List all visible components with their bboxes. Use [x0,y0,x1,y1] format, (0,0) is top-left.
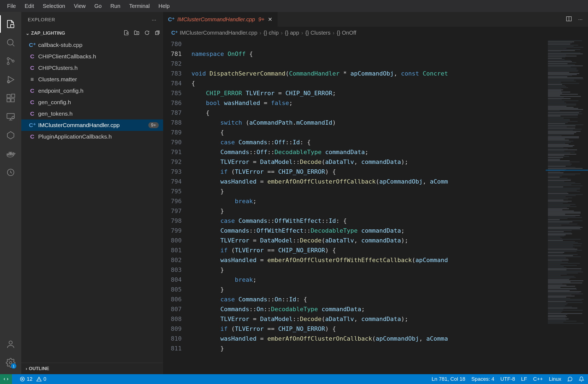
code-line[interactable]: case Commands::OffWithEffect::Id: { [191,216,545,226]
menu-selection[interactable]: Selection [39,2,69,10]
breadcrumb-separator: › [333,30,335,36]
code-line[interactable]: TLVError = DataModel::Decode(aDataTlv, c… [191,314,545,324]
activity-run-debug-icon[interactable] [0,71,21,88]
code-line[interactable]: break; [191,275,545,285]
svg-point-2 [7,62,9,65]
code-line[interactable]: if (TLVError == CHIP_NO_ERROR) { [191,324,545,334]
split-editor-icon[interactable] [566,16,572,23]
file-icon: C⁺ [171,30,180,36]
activity-search-icon[interactable] [0,34,21,51]
activity-docker-icon[interactable] [0,145,21,163]
sidebar-section-name: ZAP_LIGHTING [31,31,65,36]
activity-circle-icon[interactable] [0,164,21,181]
sidebar-section-header[interactable]: ⌄ ZAP_LIGHTING [21,28,163,39]
file-item[interactable]: C⁺callback-stub.cpp [21,39,163,51]
svg-point-0 [7,39,13,45]
code-line[interactable]: void DispatchServerCommand(CommandHandle… [191,69,545,79]
status-indentation[interactable]: Spaces: 4 [471,376,494,382]
code-line[interactable]: TLVError = DataModel::Decode(aDataTlv, c… [191,157,545,167]
code-line[interactable]: bool wasHandled = false; [191,98,545,108]
code-line[interactable]: Commands::OffWithEffect::DecodableType c… [191,226,545,236]
code-line[interactable]: break; [191,196,545,206]
menu-view[interactable]: View [70,2,89,10]
status-encoding[interactable]: UTF-8 [500,376,515,382]
file-item[interactable]: Cendpoint_config.h [21,85,163,97]
file-item[interactable]: Cgen_config.h [21,97,163,108]
activity-espressif-icon[interactable] [0,127,21,144]
file-item[interactable]: C⁺IMClusterCommandHandler.cpp9+ [21,119,163,131]
activity-extensions-icon[interactable] [0,89,21,107]
minimap-viewport[interactable] [546,170,588,171]
code-line[interactable]: } [191,265,545,275]
code-line[interactable]: namespace OnOff { [191,49,545,59]
code-editor[interactable]: 7807817827837847857867877887897907917927… [163,39,588,374]
menu-file[interactable]: File [3,2,20,10]
code-line[interactable]: wasHandled = emberAfOnOffClusterOffCallb… [191,177,545,187]
file-item[interactable]: Cgen_tokens.h [21,108,163,119]
code-line[interactable]: } [191,344,545,353]
close-icon[interactable]: ✕ [268,16,273,23]
status-eol[interactable]: LF [521,376,527,382]
menu-terminal[interactable]: Terminal [125,2,154,10]
breadcrumbs[interactable]: C⁺ IMClusterCommandHandler.cpp›{} chip›{… [163,27,588,39]
status-notifications-icon[interactable] [579,376,584,382]
file-item[interactable]: ≡Clusters.matter [21,74,163,85]
activity-source-control-icon[interactable] [0,52,21,70]
status-feedback-icon[interactable] [567,376,573,382]
code-line[interactable] [191,59,545,69]
editor-tab[interactable]: C⁺ IMClusterCommandHandler.cpp 9+ ✕ [163,12,278,27]
breadcrumb-item[interactable]: {} chip [263,30,279,36]
new-file-icon[interactable] [123,30,129,37]
code-line[interactable]: Commands::On::DecodableType commandData; [191,304,545,314]
code-line[interactable]: CHIP_ERROR TLVError = CHIP_NO_ERROR; [191,88,545,98]
collapse-all-icon[interactable] [154,30,160,37]
menu-run[interactable]: Run [107,2,124,10]
code-line[interactable]: { [191,128,545,137]
activity-explorer-icon[interactable] [0,15,21,33]
remote-indicator[interactable] [0,374,12,384]
status-cursor-position[interactable]: Ln 781, Col 18 [432,376,466,382]
minimap[interactable] [545,39,588,374]
outline-section[interactable]: › OUTLINE [21,363,163,374]
code-line[interactable]: } [191,285,545,295]
code-line[interactable] [191,39,545,49]
code-line[interactable]: { [191,79,545,88]
breadcrumb-item[interactable]: C⁺ IMClusterCommandHandler.cpp [171,29,257,36]
code-line[interactable]: { [191,108,545,118]
status-os[interactable]: Linux [549,376,561,382]
code-line[interactable]: case Commands::On::Id: { [191,295,545,304]
status-problems[interactable]: 12 0 [20,376,46,382]
code-line[interactable]: if (TLVError == CHIP_NO_ERROR) { [191,167,545,177]
line-number: 811 [163,344,182,353]
activity-account-icon[interactable] [0,335,21,353]
status-language[interactable]: C++ [533,376,543,382]
code-line[interactable]: } [191,206,545,216]
code-line[interactable]: if (TLVError == CHIP_NO_ERROR) { [191,245,545,255]
breadcrumb-item[interactable]: {} app [285,30,299,36]
svg-rect-8 [11,94,15,97]
more-actions-icon[interactable]: ⋯ [578,17,583,22]
code-line[interactable]: } [191,187,545,196]
refresh-icon[interactable] [144,30,150,37]
menu-edit[interactable]: Edit [21,2,38,10]
file-item[interactable]: CPluginApplicationCallbacks.h [21,131,163,142]
file-item[interactable]: CCHIPClientCallbacks.h [21,51,163,62]
code-line[interactable]: Commands::Off::DecodableType commandData… [191,147,545,157]
line-number: 793 [163,167,182,177]
breadcrumb-item[interactable]: {} OnOff [337,30,356,36]
code-line[interactable]: case Commands::Off::Id: { [191,137,545,147]
activity-remote-explorer-icon[interactable] [0,108,21,125]
code-line[interactable]: wasHandled = emberAfOnOffClusterOnCallba… [191,334,545,344]
activity-settings-icon[interactable]: 1 [0,354,21,371]
menu-go[interactable]: Go [91,2,106,10]
code-line[interactable]: TLVError = DataModel::Decode(aDataTlv, c… [191,236,545,245]
code-content[interactable]: namespace OnOff { void DispatchServerCom… [191,39,545,374]
code-line[interactable]: wasHandled = emberAfOnOffClusterOffWithE… [191,255,545,265]
menu-help[interactable]: Help [155,2,173,10]
new-folder-icon[interactable] [134,30,140,37]
file-item[interactable]: CCHIPClusters.h [21,62,163,74]
sidebar-more-icon[interactable]: ⋯ [152,17,157,23]
code-line[interactable]: switch (aCommandPath.mCommandId) [191,118,545,128]
breadcrumb-item[interactable]: {} Clusters [305,30,331,36]
line-number: 805 [163,285,182,295]
